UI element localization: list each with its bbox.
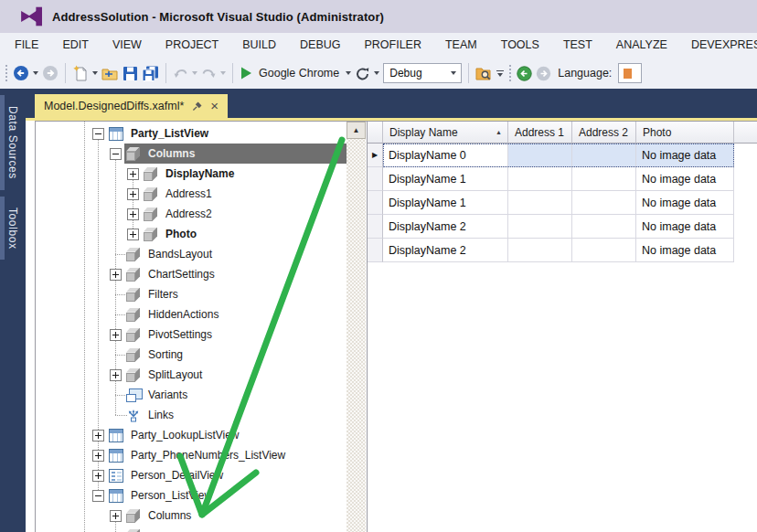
collapse-icon[interactable] (92, 490, 104, 502)
grid-cell[interactable]: DisplayName 0 (383, 144, 508, 167)
tree-item-columns[interactable]: Columns (37, 505, 347, 526)
grid-row[interactable]: DisplayName 1No image data (368, 167, 757, 191)
grid-row[interactable]: DisplayName 2No image data (368, 215, 757, 239)
expand-icon[interactable] (110, 510, 122, 522)
expand-icon[interactable] (92, 450, 104, 462)
tree-item-columns[interactable]: Columns (37, 144, 347, 164)
menu-view[interactable]: VIEW (101, 33, 154, 58)
browser-dropdown[interactable] (346, 71, 351, 75)
grid-row[interactable]: DisplayName 2No image data (368, 239, 757, 262)
tree-item-sorting[interactable]: Sorting (37, 345, 347, 365)
grid-cell[interactable] (572, 167, 636, 191)
menu-analyze[interactable]: ANALYZE (604, 33, 679, 58)
column-header-address-2[interactable]: Address 2 (572, 122, 636, 144)
navigate-back-dropdown[interactable] (33, 71, 38, 75)
redo-button[interactable] (201, 66, 217, 80)
tree-item-photo[interactable]: Photo (37, 224, 347, 244)
menu-project[interactable]: PROJECT (154, 33, 230, 58)
grid-cell[interactable] (572, 239, 636, 262)
grid-cell[interactable]: DisplayName 1 (383, 167, 508, 191)
grid-cell[interactable] (572, 215, 636, 239)
expand-icon[interactable] (92, 430, 104, 442)
tree-scrollbar[interactable]: ▲ (347, 122, 366, 532)
redo-dropdown[interactable] (220, 71, 226, 75)
refresh-dropdown[interactable] (374, 71, 379, 75)
grid-cell[interactable]: No image data (636, 191, 734, 215)
tree-item-pivotsettings[interactable]: PivotSettings (37, 325, 347, 345)
grid-row[interactable]: DisplayName 1No image data (368, 191, 757, 215)
tree-item-person_detailview[interactable]: Person_DetailView (37, 465, 347, 485)
menu-profiler[interactable]: PROFILER (352, 33, 433, 58)
new-item-dropdown[interactable] (92, 71, 98, 75)
tree-item-address1[interactable]: Address1 (37, 184, 347, 204)
browse-back-button[interactable] (517, 66, 532, 81)
navigate-forward-button[interactable] (42, 65, 59, 81)
navigate-back-button[interactable] (13, 65, 29, 81)
expand-icon[interactable] (127, 168, 139, 180)
close-icon[interactable]: × (210, 100, 219, 112)
grid-cell[interactable]: DisplayName 1 (383, 191, 508, 215)
toolbar-grip[interactable] (507, 63, 513, 83)
browser-selector[interactable]: Google Chrome (256, 67, 342, 80)
tree-item-displayname[interactable]: DisplayName (37, 164, 347, 184)
grid-row[interactable]: ▶DisplayName 0No image data (368, 144, 757, 167)
grid-cell[interactable]: DisplayName 2 (383, 239, 508, 262)
grid-cell[interactable]: No image data (636, 215, 734, 239)
menu-build[interactable]: BUILD (230, 33, 288, 58)
column-header-photo[interactable]: Photo (636, 122, 734, 144)
tree-item-filters[interactable]: Filters (37, 284, 347, 304)
refresh-button[interactable] (355, 66, 370, 81)
grid-cell[interactable]: No image data (636, 239, 734, 262)
expand-icon[interactable] (127, 208, 139, 220)
tree-item-links[interactable]: Links (37, 405, 347, 425)
grid-cell[interactable] (508, 215, 572, 239)
menu-edit[interactable]: EDIT (50, 33, 100, 58)
undo-dropdown[interactable] (192, 71, 197, 75)
grid-cell[interactable] (508, 167, 572, 191)
menu-tools[interactable]: TOOLS (489, 33, 551, 58)
menu-file[interactable]: FILE (3, 33, 50, 58)
grid-cell[interactable] (508, 191, 572, 215)
grid-cell[interactable]: No image data (636, 144, 734, 167)
expand-icon[interactable] (110, 369, 122, 381)
grid-cell[interactable]: DisplayName 2 (383, 215, 508, 239)
menu-test[interactable]: TEST (551, 33, 604, 58)
pin-icon[interactable] (191, 101, 203, 112)
grid-cell[interactable] (572, 191, 636, 215)
browse-forward-button[interactable] (536, 66, 551, 81)
grid-cell[interactable] (572, 144, 636, 167)
save-all-button[interactable] (142, 66, 159, 81)
tree-item-partial[interactable] (37, 526, 347, 532)
undo-button[interactable] (173, 66, 188, 80)
side-tab-data-sources[interactable]: Data Sources (0, 95, 26, 190)
expand-icon[interactable] (110, 269, 122, 281)
column-header-display-name[interactable]: Display Name▲ (383, 122, 508, 144)
open-file-button[interactable] (101, 66, 119, 81)
tree-item-party_lookuplistview[interactable]: Party_LookupListView (37, 425, 347, 445)
grid-cell[interactable]: No image data (636, 167, 734, 191)
start-debug-button[interactable] (240, 66, 252, 80)
tree-item-party_listview[interactable]: Party_ListView (37, 123, 347, 144)
expand-icon[interactable] (127, 229, 139, 240)
scroll-up-icon[interactable]: ▲ (347, 122, 366, 139)
save-button[interactable] (123, 66, 138, 81)
new-item-button[interactable] (72, 65, 89, 81)
tree-item-address2[interactable]: Address2 (37, 204, 347, 224)
expand-icon[interactable] (127, 188, 139, 200)
side-tab-toolbox[interactable]: Toolbox (0, 197, 26, 261)
tree-item-chartsettings[interactable]: ChartSettings (37, 264, 347, 284)
grid-cell[interactable] (508, 239, 572, 262)
find-in-files-button[interactable] (475, 66, 493, 81)
tree-item-party_phonenumbers_listview[interactable]: Party_PhoneNumbers_ListView (37, 445, 347, 465)
toolbar-overflow-button[interactable] (496, 70, 504, 77)
menu-debug[interactable]: DEBUG (288, 33, 352, 58)
expand-icon[interactable] (110, 329, 122, 341)
menu-devexpress[interactable]: DEVEXPRESS (679, 33, 757, 58)
tree-item-person_listview[interactable]: Person_ListView (37, 485, 347, 505)
tree-item-hiddenactions[interactable]: HiddenActions (37, 304, 347, 325)
tree-item-bandslayout[interactable]: BandsLayout (37, 244, 347, 264)
toolbar-grip[interactable] (4, 63, 9, 83)
tree-item-variants[interactable]: Variants (37, 385, 347, 405)
menu-team[interactable]: TEAM (433, 33, 489, 58)
collapse-icon[interactable] (92, 128, 104, 140)
